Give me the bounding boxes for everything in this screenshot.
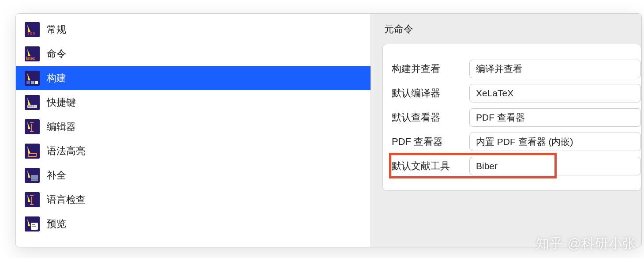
sidebar-item-shortcuts[interactable]: 快捷键: [16, 90, 371, 114]
highlight-icon: [25, 144, 40, 159]
svg-rect-28: [31, 177, 38, 179]
sidebar-item-commands[interactable]: latex 命令: [16, 42, 371, 66]
default-viewer-select[interactable]: PDF 查看器: [469, 108, 641, 127]
svg-rect-27: [31, 175, 38, 177]
sidebar-item-build[interactable]: 构建: [16, 66, 371, 90]
sidebar-item-label: 常规: [47, 23, 66, 36]
svg-rect-8: [26, 81, 30, 84]
complete-icon: [25, 168, 40, 183]
setting-label: 默认查看器: [392, 111, 467, 124]
svg-rect-39: [32, 226, 36, 227]
sidebar-item-label: 编辑器: [47, 120, 76, 133]
svg-text:TXS: TXS: [27, 31, 36, 36]
sidebar-item-language[interactable]: 语言检查: [16, 187, 371, 212]
svg-rect-29: [31, 179, 38, 181]
build-view-select[interactable]: 编译并查看: [469, 60, 641, 78]
latex-icon: latex: [25, 46, 40, 61]
section-title: 元命令: [384, 23, 641, 36]
select-value: XeLaTeX: [476, 88, 513, 99]
sidebar-item-general[interactable]: TXS 常规: [16, 17, 371, 42]
sidebar: TXS 常规 latex 命令 构建 快捷键 编辑器: [16, 14, 371, 247]
preview-icon: [25, 216, 40, 231]
editor-icon: [25, 119, 40, 134]
meta-commands-panel: 构建并查看 编译并查看 默认编译器 XeLaTeX 默认查看器 PDF 查看器 …: [382, 44, 641, 191]
svg-rect-38: [32, 224, 35, 225]
sidebar-item-editor[interactable]: 编辑器: [16, 114, 371, 139]
svg-rect-16: [33, 106, 34, 106]
select-value: 内置 PDF 查看器 (内嵌): [476, 136, 573, 148]
setting-row-pdf-viewer: PDF 查看器 内置 PDF 查看器 (内嵌): [392, 129, 641, 154]
svg-rect-15: [30, 106, 32, 106]
svg-text:latex: latex: [26, 56, 35, 61]
select-value: 编译并查看: [476, 63, 522, 75]
sidebar-item-label: 构建: [47, 72, 66, 85]
setting-label: 默认编译器: [392, 87, 467, 100]
sidebar-item-label: 预览: [47, 217, 66, 231]
build-icon: [25, 71, 40, 86]
setting-label: 默认文献工具: [392, 159, 467, 173]
sidebar-item-label: 补全: [47, 169, 66, 182]
sidebar-item-completion[interactable]: 补全: [16, 163, 371, 187]
sidebar-item-label: 命令: [47, 47, 66, 61]
select-value: PDF 查看器: [476, 111, 525, 124]
sidebar-item-preview[interactable]: 预览: [16, 212, 371, 236]
svg-rect-9: [31, 81, 34, 84]
setting-row-default-compiler: 默认编译器 XeLaTeX: [392, 81, 641, 105]
setting-row-bibliography: 默认文献工具 Biber: [392, 154, 641, 178]
setting-label: 构建并查看: [392, 62, 467, 76]
preferences-window: TXS 常规 latex 命令 构建 快捷键 编辑器: [15, 13, 642, 247]
setting-row-build-view: 构建并查看 编译并查看: [392, 57, 641, 81]
language-icon: [25, 192, 40, 207]
sidebar-item-label: 快捷键: [47, 96, 76, 109]
content-pane: 元命令 构建并查看 编译并查看 默认编译器 XeLaTeX 默认查看器 PDF …: [371, 14, 641, 247]
setting-label: PDF 查看器: [392, 135, 467, 148]
pdf-viewer-select[interactable]: 内置 PDF 查看器 (内嵌): [469, 133, 641, 151]
sidebar-item-label: 语法高亮: [47, 144, 86, 158]
bibliography-tool-select[interactable]: Biber: [469, 157, 641, 175]
keyboard-icon: [25, 95, 40, 110]
sidebar-item-label: 语言检查: [47, 193, 86, 206]
default-compiler-select[interactable]: XeLaTeX: [469, 84, 641, 102]
svg-rect-14: [28, 106, 30, 106]
sidebar-item-syntax[interactable]: 语法高亮: [16, 139, 371, 163]
select-value: Biber: [476, 161, 498, 171]
setting-row-default-viewer: 默认查看器 PDF 查看器: [392, 105, 641, 129]
svg-rect-10: [35, 81, 38, 84]
txs-icon: TXS: [25, 22, 40, 37]
